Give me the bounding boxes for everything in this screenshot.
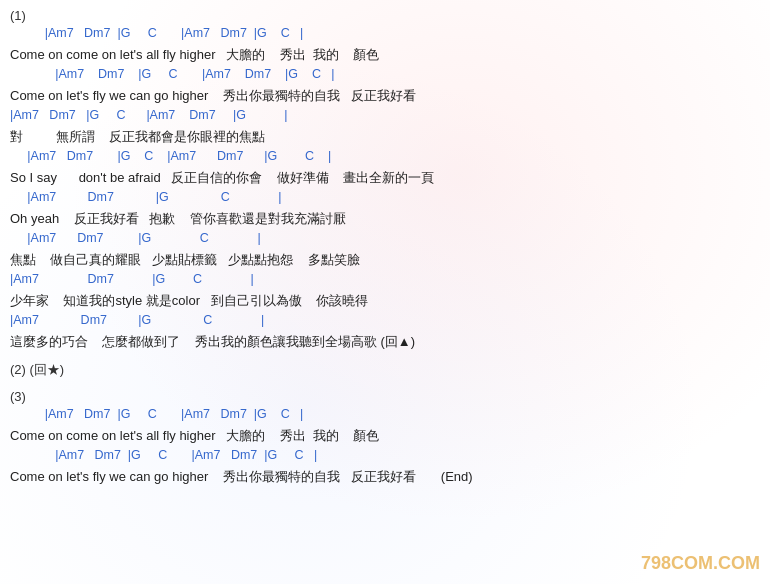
chord-line-4: |Am7 Dm7 |G C |Am7 Dm7 |G C |	[10, 148, 760, 166]
chord-line-2: |Am7 Dm7 |G C |Am7 Dm7 |G C |	[10, 66, 760, 84]
lyric-line-3: 對 無所謂 反正我都會是你眼裡的焦點	[10, 127, 760, 147]
chord-row-2: |Am7 Dm7 |G C |Am7 Dm7 |G C |	[10, 66, 760, 84]
chord-row-3: |Am7 Dm7 |G C |Am7 Dm7 |G |	[10, 107, 760, 125]
lyric-line-1: Come on come on let's all fly higher 大膽的…	[10, 45, 760, 65]
chord-row-4: |Am7 Dm7 |G C |Am7 Dm7 |G C |	[10, 148, 760, 166]
chord-row-6: |Am7 Dm7 |G C |	[10, 230, 760, 248]
lyric-row-10: Come on let's fly we can go higher 秀出你最獨…	[10, 467, 760, 487]
watermark-text: 798COM.COM	[641, 553, 760, 574]
chord-row-8: |Am7 Dm7 |G C |	[10, 312, 760, 330]
lyric-row-4: So I say don't be afraid 反正自信的你會 做好準備 畫出…	[10, 168, 760, 188]
lyric-line-4: So I say don't be afraid 反正自信的你會 做好準備 畫出…	[10, 168, 760, 188]
lyric-line-6: 焦點 做自己真的耀眼 少點貼標籤 少點點抱怨 多點笑臉	[10, 250, 760, 270]
lyric-line-5: Oh yeah 反正我好看 抱歉 管你喜歡還是對我充滿討厭	[10, 209, 760, 229]
chord-line-10: |Am7 Dm7 |G C |Am7 Dm7 |G C |	[10, 447, 760, 465]
chord-line-1: |Am7 Dm7 |G C |Am7 Dm7 |G C |	[10, 25, 760, 43]
lyric-row-2: Come on let's fly we can go higher 秀出你最獨…	[10, 86, 760, 106]
section-2-block: (2) (回★)	[10, 361, 760, 379]
lyric-row-3: 對 無所謂 反正我都會是你眼裡的焦點	[10, 127, 760, 147]
lyric-line-9: Come on come on let's all fly higher 大膽的…	[10, 426, 760, 446]
spacer-1	[10, 353, 760, 361]
section-3-label: (3)	[10, 389, 760, 404]
chord-line-7: |Am7 Dm7 |G C |	[10, 271, 760, 289]
lyric-row-9: Come on come on let's all fly higher 大膽的…	[10, 426, 760, 446]
chord-row-7: |Am7 Dm7 |G C |	[10, 271, 760, 289]
lyric-line-8: 這麼多的巧合 怎麼都做到了 秀出我的顏色讓我聽到全場高歌 (回▲)	[10, 332, 760, 352]
lyric-line-2: Come on let's fly we can go higher 秀出你最獨…	[10, 86, 760, 106]
chord-line-6: |Am7 Dm7 |G C |	[10, 230, 760, 248]
section-1-label: (1)	[10, 8, 760, 23]
label-1: (1)	[10, 8, 26, 23]
chord-row-5: |Am7 Dm7 |G C |	[10, 189, 760, 207]
chord-row-9: |Am7 Dm7 |G C |Am7 Dm7 |G C |	[10, 406, 760, 424]
chord-row-1: |Am7 Dm7 |G C |Am7 Dm7 |G C |	[10, 25, 760, 43]
chord-line-8: |Am7 Dm7 |G C |	[10, 312, 760, 330]
chord-line-3: |Am7 Dm7 |G C |Am7 Dm7 |G |	[10, 107, 760, 125]
chord-line-9: |Am7 Dm7 |G C |Am7 Dm7 |G C |	[10, 406, 760, 424]
lyric-line-10: Come on let's fly we can go higher 秀出你最獨…	[10, 467, 760, 487]
lyric-row-8: 這麼多的巧合 怎麼都做到了 秀出我的顏色讓我聽到全場高歌 (回▲)	[10, 332, 760, 352]
chord-row-10: |Am7 Dm7 |G C |Am7 Dm7 |G C |	[10, 447, 760, 465]
label-3: (3)	[10, 389, 26, 404]
lyric-line-7: 少年家 知道我的style 就是color 到自己引以為傲 你該曉得	[10, 291, 760, 311]
label-2: (2) (回★)	[10, 362, 64, 377]
chord-line-5: |Am7 Dm7 |G C |	[10, 189, 760, 207]
spacer-2	[10, 381, 760, 389]
main-content: (1) |Am7 Dm7 |G C |Am7 Dm7 |G C | Come o…	[10, 8, 760, 486]
lyric-row-5: Oh yeah 反正我好看 抱歉 管你喜歡還是對我充滿討厭	[10, 209, 760, 229]
lyric-row-6: 焦點 做自己真的耀眼 少點貼標籤 少點點抱怨 多點笑臉	[10, 250, 760, 270]
lyric-row-7: 少年家 知道我的style 就是color 到自己引以為傲 你該曉得	[10, 291, 760, 311]
lyric-row-1: Come on come on let's all fly higher 大膽的…	[10, 45, 760, 65]
